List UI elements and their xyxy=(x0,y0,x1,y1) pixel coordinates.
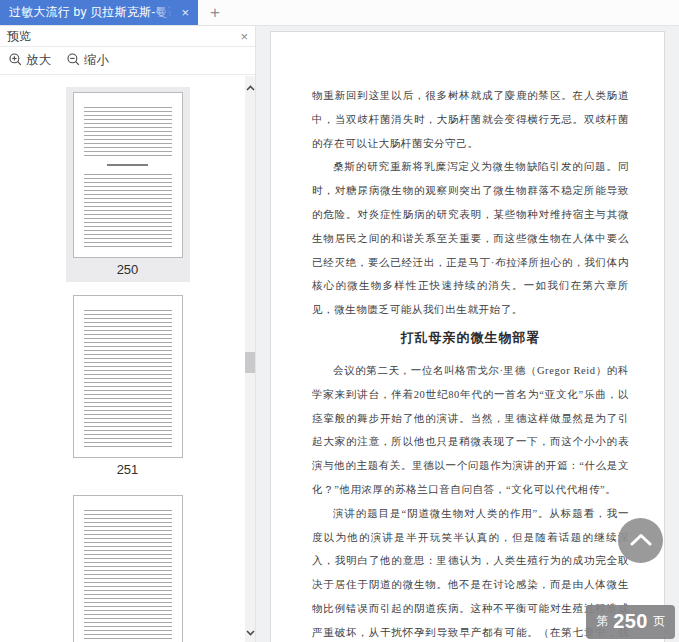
magnifier-plus-icon xyxy=(9,53,22,69)
thumbnail-page-252[interactable] xyxy=(66,490,190,642)
scrollbar-thumb[interactable] xyxy=(245,352,255,373)
browser-tab-bar: 过敏大流行 by 贝拉斯克斯-曼诺夫 × + xyxy=(0,0,679,26)
scrollbar-up-icon[interactable] xyxy=(245,82,255,94)
thumbnail-label: 251 xyxy=(66,458,190,482)
body-paragraph: 桑斯的研究重新将乳糜泻定义为微生物缺陷引发的问题。同时，对糖尿病微生物的观察则突… xyxy=(312,155,629,322)
page-indicator-suffix: 页 xyxy=(653,613,665,630)
body-paragraph: 会议的第二天，一位名叫格雷戈尔·里德（Gregor Reid）的科学家来到讲台，… xyxy=(312,359,629,502)
scroll-to-top-button[interactable] xyxy=(618,518,663,563)
browser-tab[interactable]: 过敏大流行 by 贝拉斯克斯-曼诺夫 × xyxy=(0,0,198,25)
thumbnail-image xyxy=(73,92,183,258)
page-indicator-prefix: 第 xyxy=(596,613,608,630)
section-heading: 打乱母亲的微生物部署 xyxy=(312,329,629,347)
pdf-page: 物重新回到这里以后，很多树林就成了麋鹿的禁区。在人类肠道中，当双歧杆菌消失时，大… xyxy=(270,31,665,642)
reader-content[interactable]: 物重新回到这里以后，很多树林就成了麋鹿的禁区。在人类肠道中，当双歧杆菌消失时，大… xyxy=(256,26,679,642)
preview-panel-title: 预览 xyxy=(7,28,31,45)
scrollbar-down-icon[interactable] xyxy=(245,627,255,639)
sidebar-scrollbar[interactable] xyxy=(245,76,255,642)
thumbnail-image xyxy=(73,295,183,458)
thumbnail-page-251[interactable]: 251 xyxy=(66,290,190,482)
tab-title: 过敏大流行 by 贝拉斯克斯-曼诺夫 xyxy=(9,4,171,21)
thumbnail-image xyxy=(73,495,183,642)
thumbnail-label: 250 xyxy=(66,258,190,282)
zoom-out-label: 缩小 xyxy=(84,52,109,69)
zoom-in-label: 放大 xyxy=(26,52,51,69)
new-tab-button[interactable]: + xyxy=(198,0,232,25)
thumbnail-list: 250 251 xyxy=(0,75,255,642)
page-indicator-number: 250 xyxy=(613,610,648,633)
preview-close-icon[interactable]: × xyxy=(240,30,248,43)
magnifier-minus-icon xyxy=(67,53,80,69)
zoom-out-button[interactable]: 缩小 xyxy=(67,52,109,69)
app-window: 过敏大流行 by 贝拉斯克斯-曼诺夫 × + 预览 × 放大 xyxy=(0,0,679,642)
preview-sidebar: 预览 × 放大 缩小 xyxy=(0,26,256,642)
preview-panel-header: 预览 × xyxy=(0,26,255,47)
zoom-toolbar: 放大 缩小 xyxy=(0,47,255,75)
tab-close-icon[interactable]: × xyxy=(178,4,192,21)
zoom-in-button[interactable]: 放大 xyxy=(9,52,51,69)
page-indicator-badge: 第 250 页 xyxy=(586,605,675,639)
thumbnail-page-250[interactable]: 250 xyxy=(66,87,190,282)
chevron-up-icon xyxy=(630,532,652,550)
body-paragraph: 演讲的题目是“阴道微生物对人类的作用”。从标题看，我一度以为他的演讲是半开玩笑半… xyxy=(312,502,629,642)
body-paragraph: 物重新回到这里以后，很多树林就成了麋鹿的禁区。在人类肠道中，当双歧杆菌消失时，大… xyxy=(312,84,629,155)
tab-title-fade xyxy=(154,0,176,25)
